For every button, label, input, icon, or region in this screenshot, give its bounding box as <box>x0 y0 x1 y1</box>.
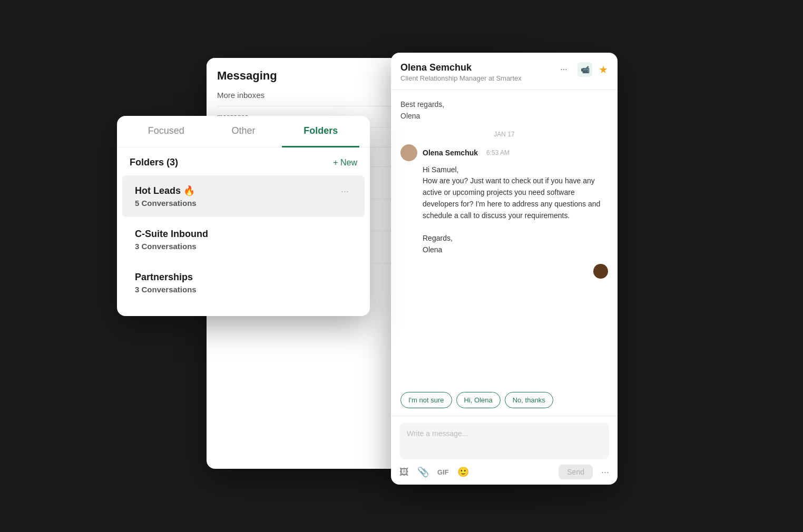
message-placeholder: Write a message... <box>407 429 468 438</box>
user-avatar <box>593 264 608 279</box>
folder-name: Hot Leads 🔥 <box>135 185 197 196</box>
quick-reply-no-thanks[interactable]: No, thanks <box>505 392 553 408</box>
quick-replies: I'm not sure Hi, Olena No, thanks <box>391 392 618 416</box>
more-inboxes-label[interactable]: More inboxes <box>217 91 265 100</box>
message-input-area: Write a message... 🖼 📎 GIF 🙂 Send ··· <box>391 416 618 485</box>
contact-name: Olena Semchuk <box>400 62 522 73</box>
video-icon: 📹 <box>581 65 590 74</box>
message-block: Olena Semchuk 6:53 AM Hi Samuel, How are… <box>400 144 608 256</box>
avatar <box>400 144 417 161</box>
tab-other[interactable]: Other <box>205 116 282 147</box>
folder-count: 3 Conversations <box>135 285 197 294</box>
folder-name: Partnerships <box>135 272 197 283</box>
star-icon[interactable]: ★ <box>599 63 608 76</box>
folder-item-hot-leads[interactable]: Hot Leads 🔥 5 Conversations ··· <box>122 175 365 217</box>
folder-count: 3 Conversations <box>135 242 208 251</box>
tab-folders-active[interactable]: Folders <box>282 116 359 147</box>
folder-item-partnerships[interactable]: Partnerships 3 Conversations <box>122 262 365 303</box>
chat-header: Olena Semchuk Client Relationship Manage… <box>391 53 618 90</box>
quick-reply-not-sure[interactable]: I'm not sure <box>400 392 452 408</box>
folders-panel: Focused Other Folders Folders (3) + New … <box>117 116 370 316</box>
tab-focused[interactable]: Focused <box>128 116 205 147</box>
message-text: Hi Samuel, How are you? Just want to che… <box>423 164 608 256</box>
more-options-icon[interactable]: ··· <box>556 62 571 77</box>
attachment-icon[interactable]: 📎 <box>417 466 429 478</box>
new-folder-button[interactable]: + New <box>333 158 357 168</box>
folder-more-icon[interactable]: ··· <box>338 185 352 198</box>
folders-title: Folders (3) <box>130 157 178 168</box>
more-options-icon[interactable]: ··· <box>601 467 609 478</box>
message-toolbar: 🖼 📎 GIF 🙂 Send ··· <box>399 465 609 479</box>
folder-count: 5 Conversations <box>135 199 197 208</box>
message-sender: Olena Semchuk <box>423 149 478 157</box>
emoji-icon[interactable]: 🙂 <box>457 466 469 478</box>
messaging-title: Messaging <box>217 69 277 83</box>
message-block: Best regards,Olena <box>400 98 608 122</box>
gif-icon[interactable]: GIF <box>437 468 449 476</box>
date-divider: JAN 17 <box>400 131 608 138</box>
video-call-button[interactable]: 📹 <box>577 62 592 77</box>
message-time: 6:53 AM <box>486 149 510 156</box>
user-message-row <box>400 264 608 279</box>
message-text: Best regards,Olena <box>400 98 608 122</box>
chat-panel: Olena Semchuk Client Relationship Manage… <box>391 53 618 485</box>
folder-item-csuite[interactable]: C-Suite Inbound 3 Conversations <box>122 219 365 260</box>
folder-tabs: Focused Other Folders <box>117 116 370 147</box>
chat-messages: Best regards,Olena JAN 17 Olena Semchuk … <box>391 90 618 392</box>
message-input-box[interactable]: Write a message... <box>399 422 609 459</box>
image-icon[interactable]: 🖼 <box>399 467 409 478</box>
quick-reply-hi-olena[interactable]: Hi, Olena <box>456 392 501 408</box>
folder-name: C-Suite Inbound <box>135 229 208 240</box>
contact-title: Client Relationship Manager at Smartex <box>400 74 522 82</box>
folders-header: Folders (3) + New <box>117 147 370 173</box>
send-button[interactable]: Send <box>559 465 593 479</box>
